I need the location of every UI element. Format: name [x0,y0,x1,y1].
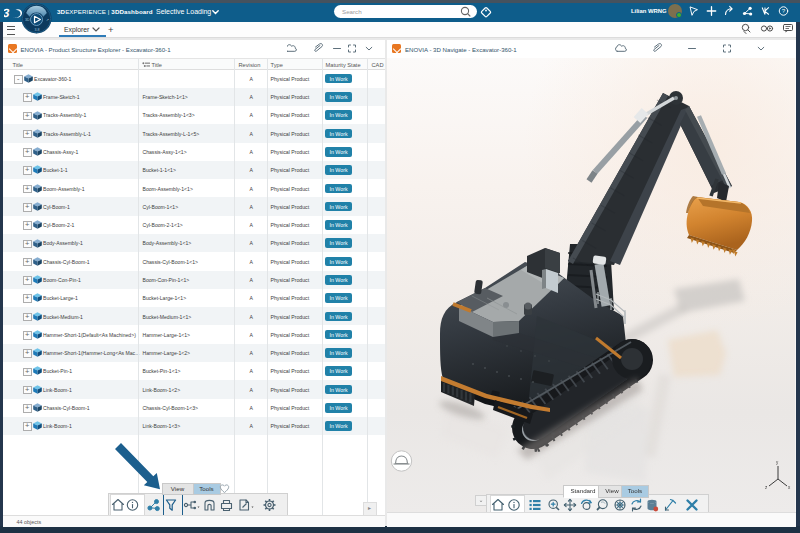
svg-text:↗: ↗ [46,18,49,22]
svg-text:?: ? [782,7,786,14]
svg-text:3.8: 3.8 [35,28,40,32]
svg-text:3: 3 [4,6,11,20]
svg-text:3D: 3D [25,18,30,22]
